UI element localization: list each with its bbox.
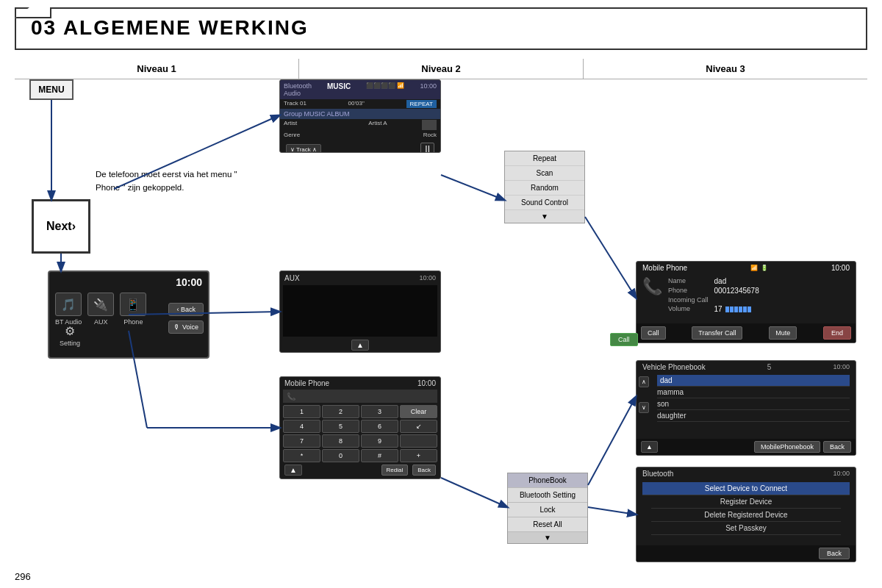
mobile-phonebook-btn[interactable]: MobilePhonebook xyxy=(754,441,820,453)
bt-s-bottom: Back xyxy=(637,545,856,562)
key-0[interactable]: 0 xyxy=(322,449,359,462)
pb-up-arrow[interactable]: ∧ xyxy=(639,376,649,387)
phone-display: 📞 xyxy=(283,390,437,403)
menu-icon-bt-audio[interactable]: 🎵 BT Audio xyxy=(55,293,82,326)
menu-screen-back: ‹ Back 🎙 Voice xyxy=(168,303,204,334)
call-btn[interactable]: Call xyxy=(641,326,666,340)
col-header-3: Niveau 3 xyxy=(584,59,867,79)
bt-s-header: Bluetooth 10:00 xyxy=(637,467,856,480)
key-3[interactable]: 3 xyxy=(361,405,398,418)
key-empty xyxy=(400,434,437,448)
key-call[interactable]: ↙ xyxy=(400,420,437,433)
voice-button[interactable]: 🎙 Voice xyxy=(168,320,204,334)
pb-list: dad mamma son daughter xyxy=(651,373,856,423)
bt-group-row: Group MUSIC ALBUM xyxy=(280,109,440,119)
phone-bottom-btns: Redial Back xyxy=(381,465,436,476)
phone-back-button[interactable]: Back xyxy=(412,465,436,476)
phone-dialer-screen: Mobile Phone 10:00 📞 1 2 3 Clear 4 5 6 ↙… xyxy=(279,376,441,479)
svg-line-9 xyxy=(588,397,636,485)
bt-pause-button[interactable]: II xyxy=(420,143,434,153)
svg-line-10 xyxy=(588,507,636,514)
page-header: 03 ALGEMENE WERKING xyxy=(15,7,867,50)
pb-item-son[interactable]: son xyxy=(657,398,850,410)
key-5[interactable]: 5 xyxy=(322,420,359,433)
pb-item-mamma[interactable]: mamma xyxy=(657,387,850,398)
key-6[interactable]: 6 xyxy=(361,420,398,433)
page-number: 296 xyxy=(15,571,31,582)
menu-button[interactable]: MENU xyxy=(29,79,74,100)
call-buttons: Call Transfer Call Mute End xyxy=(637,323,856,343)
menu-screen: 10:00 🎵 BT Audio 🔌 AUX 📱 Phone ‹ Back 🎙 … xyxy=(48,270,209,359)
key-8[interactable]: 8 xyxy=(322,434,359,448)
phone-call-icon: 📞 xyxy=(642,277,662,313)
bt-controls: ∨ Track ∧ II xyxy=(280,140,440,153)
bt-music-header: BluetoothAudio MUSIC ⬛⬛⬛⬛ 📶 10:00 xyxy=(280,80,440,99)
bt-s-back-btn[interactable]: Back xyxy=(819,548,850,559)
key-star[interactable]: * xyxy=(283,449,320,462)
aux-header: AUX 10:00 xyxy=(280,271,440,285)
next-label: Next xyxy=(46,220,72,233)
popup-scan[interactable]: Scan xyxy=(505,166,584,181)
popup-bt-arrow: ▼ xyxy=(505,210,584,223)
pb-item-dad[interactable]: dad xyxy=(657,375,850,387)
phone-popup-menu: PhoneBook Bluetooth Setting Lock Reset A… xyxy=(507,473,588,544)
key-plus[interactable]: + xyxy=(400,449,437,462)
pb-scroll-up[interactable]: ▲ xyxy=(641,441,658,453)
keypad: 1 2 3 Clear 4 5 6 ↙ 7 8 9 * 0 # + xyxy=(280,405,440,462)
aux-bottom: ▲ xyxy=(280,337,440,354)
volume-bar: 17 xyxy=(714,305,759,313)
popup-sound-control[interactable]: Sound Control xyxy=(505,196,584,210)
aux-body xyxy=(283,285,437,337)
bt-artist-row: Artist Artist A xyxy=(280,119,440,131)
popup-lock[interactable]: Lock xyxy=(508,503,587,517)
key-2[interactable]: 2 xyxy=(322,405,359,418)
bt-connect-item[interactable]: Select Device to Connect xyxy=(642,482,850,495)
mute-btn[interactable]: Mute xyxy=(769,326,797,340)
menu-icon-phone[interactable]: 📱 Phone xyxy=(120,293,146,326)
aux-up-button[interactable]: ▲ xyxy=(351,340,369,351)
back-button[interactable]: ‹ Back xyxy=(168,303,204,316)
setting-item[interactable]: ⚙ Setting xyxy=(60,324,80,347)
key-7[interactable]: 7 xyxy=(283,434,320,448)
next-button[interactable]: Next › xyxy=(32,199,90,254)
svg-line-6 xyxy=(441,175,504,200)
bt-genre-row: Genre Rock xyxy=(280,131,440,139)
key-1[interactable]: 1 xyxy=(283,405,320,418)
svg-line-7 xyxy=(441,478,507,507)
popup-phonebook[interactable]: PhoneBook xyxy=(508,473,587,488)
pb-back-btn[interactable]: Back xyxy=(823,441,851,453)
popup-bt-setting[interactable]: Bluetooth Setting xyxy=(508,488,587,503)
popup-reset-all[interactable]: Reset All xyxy=(508,517,587,532)
popup-random[interactable]: Random xyxy=(505,181,584,196)
transfer-call-btn[interactable]: Transfer Call xyxy=(692,326,742,340)
menu-icon-aux[interactable]: 🔌 AUX xyxy=(87,293,114,326)
end-btn[interactable]: End xyxy=(823,326,851,340)
bt-popup-menu: Repeat Scan Random Sound Control ▼ xyxy=(504,151,585,223)
page-title: 03 ALGEMENE WERKING xyxy=(31,16,309,39)
phone-up-button[interactable]: ▲ xyxy=(284,465,302,476)
aux-screen: AUX 10:00 ▲ xyxy=(279,270,441,353)
pb-item-daughter[interactable]: daughter xyxy=(657,410,850,422)
key-4[interactable]: 4 xyxy=(283,420,320,433)
pb-down-arrow[interactable]: ∨ xyxy=(639,402,649,413)
bt-delete-item[interactable]: Delete Registered Device xyxy=(651,509,841,522)
phone-icon: 📞 xyxy=(287,392,295,401)
key-9[interactable]: 9 xyxy=(361,434,398,448)
bt-settings-screen: Bluetooth 10:00 Select Device to Connect… xyxy=(636,467,856,562)
menu-screen-time: 10:00 xyxy=(176,276,202,288)
pb-header: Vehicle Phonebook 5 10:00 xyxy=(637,361,856,373)
bt-s-list: Select Device to Connect Register Device… xyxy=(637,480,856,537)
bt-track-button[interactable]: ∨ Track ∧ xyxy=(286,144,321,154)
popup-repeat[interactable]: Repeat xyxy=(505,151,584,166)
call-screen: Mobile Phone 📶 🔋 10:00 📞 Name dad Phone … xyxy=(636,261,856,343)
pb-bottom: ▲ MobilePhonebook Back xyxy=(637,439,856,455)
key-hash[interactable]: # xyxy=(361,449,398,462)
column-headers: Niveau 1 Niveau 2 Niveau 3 xyxy=(15,59,867,79)
redial-button[interactable]: Redial xyxy=(381,465,409,476)
bt-passkey-item[interactable]: Set Passkey xyxy=(651,522,841,535)
col-header-2: Niveau 2 xyxy=(299,59,584,79)
bt-register-item[interactable]: Register Device xyxy=(651,495,841,509)
svg-line-8 xyxy=(585,217,636,298)
key-clear[interactable]: Clear xyxy=(400,405,437,418)
call-separate-button[interactable]: Call xyxy=(610,333,638,346)
